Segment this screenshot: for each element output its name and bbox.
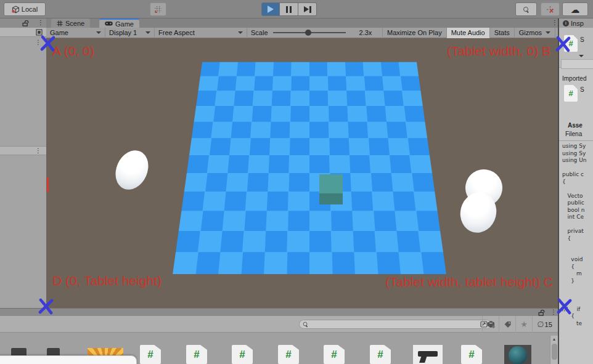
local-label: Local [22,6,38,13]
prism-icon [487,320,495,328]
annotation-b: (Tablet width, 0) B [447,44,550,59]
asset-csharp-script[interactable]: # [139,345,162,364]
unlock-icon[interactable] [22,20,29,26]
tablet-checkerboard-plane [173,62,446,274]
play-button[interactable] [261,2,280,16]
divider [559,140,593,141]
csharp-file-icon: # [140,345,161,364]
star-icon: ★ [520,320,528,329]
script-name-fragment: S [580,36,584,43]
asset-partial-icon[interactable] [47,348,60,355]
gizmos-label: Gizmos [519,29,542,36]
game-view-kebab-menu[interactable]: ⋮ [552,20,558,26]
gamepad-icon [105,21,113,26]
step-icon-bar [309,6,311,13]
cloud-icon: ☁ [571,5,580,14]
scale-slider[interactable] [273,32,346,33]
gizmo-disabled-button[interactable] [541,2,560,16]
view-tabbar: Scene Game ⋮ [46,18,558,28]
asset-csharp-script[interactable]: # [231,345,254,364]
scene-grid-icon [57,20,63,26]
assets-scrollbar[interactable]: ▲ [550,336,558,364]
mute-audio-button[interactable]: Mute Audio [446,28,489,38]
tab-game[interactable]: Game [99,18,139,28]
unity-editor-window: Local ☁ [0,0,593,364]
pause-icon-bar [290,6,292,13]
info-icon: i [563,20,569,26]
asset-csharp-script[interactable]: # [460,345,483,364]
aspect-ratio-dropdown[interactable]: Free Aspect [154,28,247,38]
stats-button[interactable]: Stats [489,28,514,38]
red-edge-mark [47,177,49,192]
pause-button[interactable] [280,2,298,16]
csharp-file-icon: # [186,345,207,364]
playmode-controls [261,2,317,16]
snap-grid-icon [154,6,162,14]
maximize-on-play-button[interactable]: Maximize On Play [382,28,446,38]
hierarchy-panel: ⋮ ⋮ [0,28,46,308]
tag-icon [504,320,512,328]
hidden-count: 15 [545,321,552,328]
asset-sphere-material[interactable] [504,345,531,364]
asset-csharp-script[interactable]: # [185,345,208,364]
corner-x-mark-bottom-right [555,297,573,315]
hierarchy-kebab-menu[interactable]: ⋮ [38,20,44,26]
tab-scene[interactable]: Scene [51,18,90,28]
play-icon [268,6,274,13]
hierarchy-panel-header: ⋮ [0,18,46,28]
gizmos-dropdown[interactable]: Gizmos [514,28,555,38]
pivot-local-button[interactable]: Local [4,2,46,16]
hidden-count-button[interactable]: ∅ 15 [532,316,557,333]
asset-partial-icon[interactable] [11,348,27,355]
asset-csharp-script[interactable]: # [277,345,300,364]
crosshair-x-icon [546,6,554,14]
favorites-button[interactable]: ★ [515,316,532,333]
asset-csharp-script[interactable]: # [369,345,392,364]
snap-grid-button[interactable] [150,2,166,16]
game-view[interactable]: A (0, 0) (Tablet width, 0) B D (0, Table… [46,38,558,308]
search-by-label-button[interactable] [499,316,515,333]
asset-gun-model[interactable] [413,345,443,364]
sphere-material-icon [509,346,527,364]
scrollbar-thumb[interactable] [552,344,557,360]
corner-x-mark-top-left [38,34,57,52]
display-dropdown-label: Display 1 [109,29,137,36]
unlock-icon[interactable] [538,310,545,316]
step-button[interactable] [298,2,317,16]
cube-object-front [319,193,343,204]
script-code-preview: using Sy using Sy using Un public c { Ve… [562,143,593,364]
search-button[interactable] [515,2,537,16]
mute-audio-label: Mute Audio [451,29,485,36]
sidebar-divider-row: ⋮ [0,146,46,155]
script-name-fragment-2: S [580,86,584,93]
pause-icon [286,6,288,13]
corner-x-mark-top-right [554,34,572,53]
step-icon [304,6,309,12]
display-select-dropdown[interactable]: Display 1 [105,28,154,38]
tooltip-popup [0,355,137,364]
project-search-field[interactable] [299,320,491,329]
csharp-file-icon: # [370,345,391,364]
tab-inspector[interactable]: i Insp [559,18,593,28]
scale-label: Scale [251,29,268,36]
tab-game-label: Game [115,20,134,28]
tab-inspector-label: Insp [571,20,584,27]
cube-object-top [319,174,343,193]
csharp-file-icon: # [232,345,253,364]
scale-control: Scale 2.3x [247,28,382,38]
main-toolbar: Local ☁ [0,0,593,18]
aspect-dropdown-label: Free Aspect [158,29,195,36]
stats-label: Stats [494,29,510,36]
imported-object-label: Imported [562,75,586,82]
scale-slider-knob[interactable] [305,30,311,36]
cube-icon [12,6,20,14]
cloud-collab-button[interactable]: ☁ [562,2,588,16]
project-toolbar: ★ ∅ 15 [0,316,558,333]
sidebar-divider-kebab[interactable]: ⋮ [35,148,41,154]
maximize-on-play-label: Maximize On Play [387,29,442,36]
asset-csharp-script[interactable]: # [322,345,346,364]
search-by-type-button[interactable] [482,316,499,333]
scroll-up-arrow[interactable]: ▲ [550,336,558,342]
project-search-input[interactable] [311,321,478,328]
inspector-blank-field[interactable] [561,59,593,69]
